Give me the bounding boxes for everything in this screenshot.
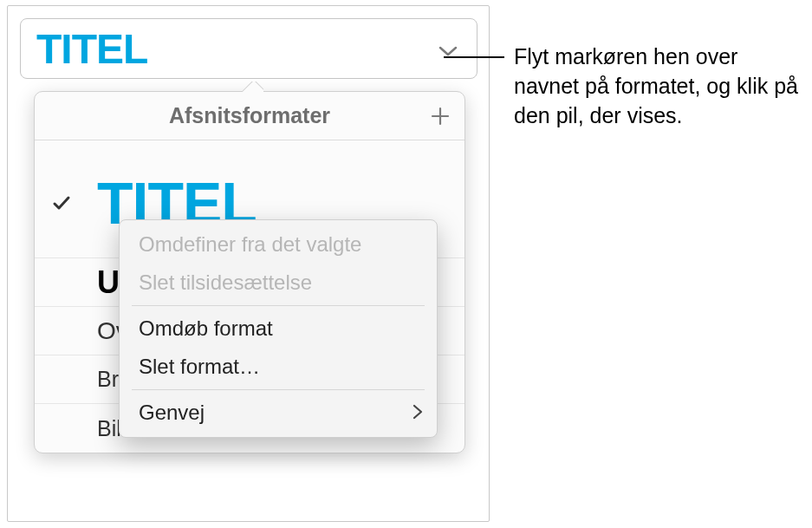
popover-arrow (243, 81, 263, 92)
menu-shortcut[interactable]: Genvej (120, 394, 437, 432)
current-style-label: TITEL (36, 25, 147, 73)
checkmark-icon (52, 193, 78, 212)
menu-delete-style[interactable]: Slet format… (120, 348, 437, 386)
styles-panel: TITEL Afsnitsformater TITEL Un Ove (7, 5, 490, 522)
menu-item-label: Slet tilsidesættelse (139, 271, 312, 295)
popover-header: Afsnitsformater (35, 92, 464, 140)
callout-leader-line (444, 56, 504, 58)
add-style-button[interactable] (428, 104, 452, 128)
menu-clear-override: Slet tilsidesættelse (120, 264, 437, 302)
menu-rename-style[interactable]: Omdøb format (120, 310, 437, 348)
popover-title: Afsnitsformater (169, 103, 330, 128)
style-context-menu: Omdefiner fra det valgte Slet tilsidesæt… (119, 219, 438, 438)
menu-separator (132, 305, 425, 306)
chevron-down-icon[interactable] (438, 45, 458, 61)
chevron-right-icon (412, 401, 423, 425)
menu-item-label: Slet format… (139, 355, 260, 379)
menu-redefine-from-selection: Omdefiner fra det valgte (120, 225, 437, 264)
menu-item-label: Omdøb format (139, 316, 273, 341)
menu-item-label: Genvej (139, 401, 205, 425)
paragraph-style-selector[interactable]: TITEL (20, 18, 477, 79)
menu-item-label: Omdefiner fra det valgte (139, 232, 361, 257)
callout-text: Flyt markøren hen over navnet på formate… (514, 42, 807, 130)
menu-separator (132, 389, 425, 390)
